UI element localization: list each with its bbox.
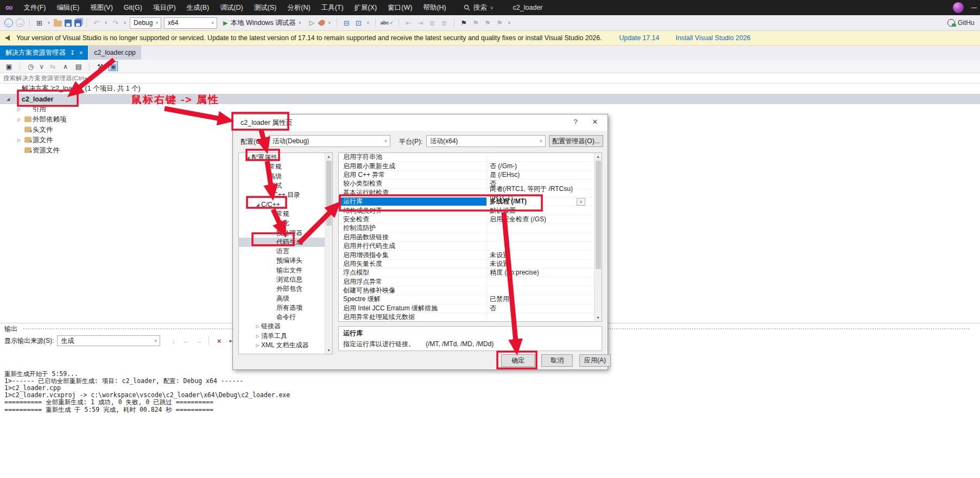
menu-item[interactable]: 分析(N) [282,0,315,15]
dialog-tree-item[interactable]: 优化 [239,219,326,228]
menu-item[interactable]: 生成(B) [181,0,215,15]
github-status[interactable]: GitHu [947,19,976,27]
expander-icon[interactable]: ◢ [244,155,251,160]
dialog-tree-item[interactable]: 调试 [239,181,326,190]
tab-solution-explorer[interactable]: 解决方案资源管理器 ↧ × [0,46,88,60]
dialog-tree-item[interactable]: 浏览信息 [239,275,326,284]
menu-item[interactable]: 项目(P) [148,0,181,15]
separator[interactable] [208,336,209,345]
navigate-back-icon[interactable]: ← [4,18,13,27]
dialog-tree-item[interactable]: 常规 [239,162,326,171]
separator[interactable] [454,18,454,27]
prev-message-icon[interactable]: ← [181,336,191,346]
menu-item[interactable]: 编辑(E) [52,0,85,15]
clear-all-icon[interactable]: × [214,336,224,346]
启用 C++ 异常[interactable]: 启用 C++ 异常 是 (/EHsc) ∨ [339,171,594,180]
dialog-tree-item[interactable]: 高级 [239,172,326,181]
dialog-title-bar[interactable]: c2_loader 属性页 ? ✕ [233,114,608,131]
dialog-tree-item[interactable]: VC++ 目录 [239,190,326,200]
dialog-tree-item[interactable]: ▷ 清单工具 [239,332,326,341]
浮点模型[interactable]: 浮点模型 精度 (/fp:precise) ∨ [339,269,594,277]
find-in-files-icon[interactable]: ⊟ [342,18,351,28]
save-all-icon[interactable] [74,20,81,27]
separator[interactable] [89,62,90,71]
solution-configuration-dropdown[interactable]: Debug ∨ [130,17,161,29]
expander-icon[interactable]: ▷ [15,117,23,122]
expander-icon[interactable]: ▷ [15,138,23,143]
configuration-dropdown[interactable]: 活动(Debug) ∨ [269,135,390,147]
menu-item[interactable]: 文件(F) [18,0,52,15]
pin-icon[interactable]: ↧ [70,49,75,56]
close-button[interactable]: ✕ [590,118,600,126]
clear-bookmarks-icon[interactable]: ⚑ [495,18,504,28]
安全检查[interactable]: 安全检查 启用安全检查 (/GS) ∨ [339,215,594,224]
menu-item[interactable]: 调试(D) [214,0,248,15]
live-preview-icon[interactable]: ⊡ [354,18,363,28]
new-project-icon[interactable]: ⊞ [35,18,44,28]
caret-icon[interactable]: ∨ [47,18,51,28]
pending-changes-filter-icon[interactable]: ◷ [26,61,35,71]
expander-icon[interactable]: ▷ [254,334,261,339]
update-link[interactable]: Update 17.14 [619,34,659,42]
expander-icon[interactable]: ▷ [15,107,23,112]
scrollbar-thumb[interactable] [326,161,332,226]
基本运行时检查[interactable]: 基本运行时检查 两者(/RTC1, 等同于 /RTCsu) (/RTC1) ∨ [339,189,594,197]
启用 Intel JCC Erratum 缓解措施[interactable]: 启用 Intel JCC Erratum 缓解措施 否 ∨ [339,304,594,313]
line-indent-icon[interactable]: ⇤ [404,18,413,28]
toggle-bookmark-icon[interactable]: ⚑ [459,18,469,28]
apply-button[interactable]: 应用(A) [579,354,611,367]
tree-scrollbar[interactable]: ▲ ▼ [325,153,332,354]
创建可热修补映像[interactable]: 创建可热修补映像 ∨ [339,286,594,295]
tree-row[interactable]: ▷ 引用 [0,104,980,114]
close-icon[interactable]: × [79,49,83,56]
控制流防护[interactable]: 控制流防护 ∨ [339,224,594,233]
start-debugging-button[interactable]: ▶ 本地 Windows 调试器 ∨ [220,17,305,29]
search-box[interactable]: 搜索 ∨ [459,3,498,12]
dialog-tree-item[interactable]: 语言 [239,247,326,256]
expander-icon[interactable]: ◢ [254,202,261,207]
next-message-icon[interactable]: → [194,336,203,346]
启用异常处理延续元数据[interactable]: 启用异常处理延续元数据 ∨ [339,313,594,322]
scroll-down-icon[interactable]: ▼ [595,316,602,320]
Spectre 缓解[interactable]: Spectre 缓解 已禁用 ∨ [339,295,594,304]
启用增强指令集[interactable]: 启用增强指令集 未设置 ∨ [339,251,594,259]
output-source-dropdown[interactable]: 生成 ∨ [57,335,160,346]
启用矢量长度[interactable]: 启用矢量长度 未设置 ∨ [339,260,594,269]
next-bookmark-icon[interactable]: ⚑ [483,18,492,28]
value-dropdown-button[interactable]: ∨ [577,198,585,206]
solution-platform-dropdown[interactable]: x64 ∨ [164,17,217,29]
expander-icon[interactable]: ▷ [254,343,261,348]
undo-icon[interactable]: ↶ [92,18,101,28]
solution-search-input[interactable] [0,73,980,84]
open-folder-icon[interactable] [54,21,62,27]
expander-icon[interactable]: ◢ [4,97,12,101]
switch-views-icon[interactable]: ▣ [4,61,14,71]
启用最小重新生成[interactable]: 启用最小重新生成 否 (/Gm-) ∨ [339,162,594,170]
启用浮点异常[interactable]: 启用浮点异常 ∨ [339,277,594,286]
启用并行代码生成[interactable]: 启用并行代码生成 ∨ [339,242,594,251]
menu-item[interactable]: Git(G) [118,0,148,15]
uncomment-icon[interactable]: ≣ [440,18,449,28]
sync-with-active-document-icon[interactable]: ⇆ [48,61,57,71]
dialog-tree-item[interactable]: 常规 [239,209,326,219]
caret-icon[interactable]: ∨ [366,18,370,28]
启用函数级链接[interactable]: 启用函数级链接 ∨ [339,233,594,242]
tab-document-cpp[interactable]: c2_loader.cpp [88,46,141,60]
properties-icon[interactable]: ⚒ [96,61,105,71]
dialog-tree-item[interactable]: ◢ C/C++ [239,200,326,209]
separator[interactable] [86,18,87,27]
menu-item[interactable]: 帮助(H) [418,0,451,15]
caret-icon[interactable]: ∨ [507,18,511,28]
dialog-tree-item[interactable]: 高级 [239,294,326,303]
properties-copy-icon[interactable]: ▤ [74,61,83,71]
scrollbar-thumb[interactable] [596,161,601,269]
caret-icon[interactable]: ∨ [123,18,127,28]
dialog-tree-item[interactable]: 代码生成 [239,238,326,247]
separator[interactable] [29,18,30,27]
dialog-tree-item[interactable]: 命令行 [239,313,326,322]
menu-item[interactable]: 扩展(X) [349,0,383,15]
configuration-manager-button[interactable]: 配置管理器(O)... [549,135,603,147]
运行库[interactable]: 运行库 多线程 (/MT) ∨ [339,197,594,206]
separator[interactable] [337,18,337,27]
dialog-tree-item[interactable]: 预处理器 [239,228,326,237]
